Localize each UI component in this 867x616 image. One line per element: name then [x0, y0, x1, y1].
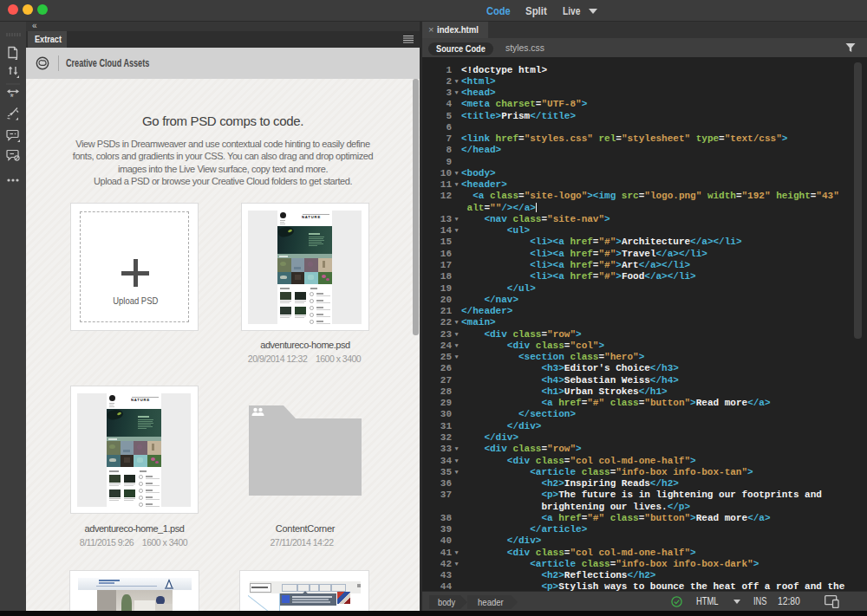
svg-text:*: * [10, 92, 15, 102]
